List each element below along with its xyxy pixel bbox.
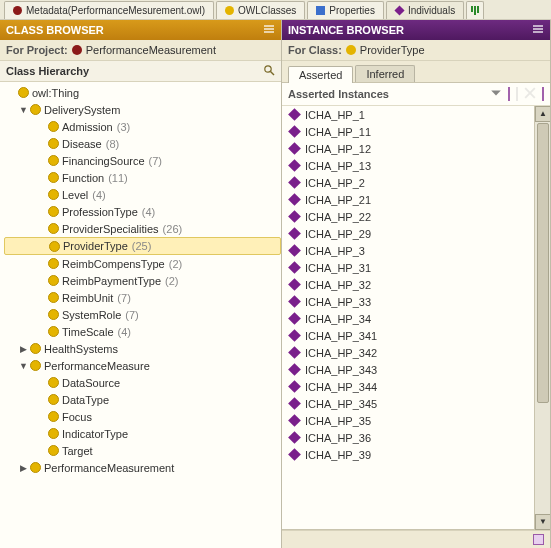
class-name: ReimbPaymentType [62, 275, 161, 287]
tree-node[interactable]: Target [4, 442, 281, 459]
tab-asserted[interactable]: Asserted [288, 66, 353, 83]
list-item[interactable]: ICHA_HP_36 [282, 429, 534, 446]
dropdown-icon[interactable] [490, 87, 502, 101]
class-name: ProviderType [63, 240, 128, 252]
list-item[interactable]: ICHA_HP_343 [282, 361, 534, 378]
pane-menu-button[interactable] [532, 23, 544, 37]
instance-name: ICHA_HP_34 [305, 313, 371, 325]
instance-list[interactable]: ICHA_HP_1ICHA_HP_11ICHA_HP_12ICHA_HP_13I… [282, 106, 534, 530]
class-icon [48, 258, 59, 269]
tab-individuals[interactable]: Individuals [386, 1, 464, 19]
tree-node[interactable]: DataSource [4, 374, 281, 391]
list-item[interactable]: ICHA_HP_2 [282, 174, 534, 191]
instance-count: (4) [142, 206, 155, 218]
tree-node[interactable]: owl:Thing [4, 84, 281, 101]
list-item[interactable]: ICHA_HP_35 [282, 412, 534, 429]
tree-node[interactable]: TimeScale(4) [4, 323, 281, 340]
list-item[interactable]: ICHA_HP_342 [282, 344, 534, 361]
scrollbar[interactable]: ▲ ▼ [534, 106, 550, 530]
tab-label: Individuals [408, 5, 455, 16]
tree-node[interactable]: Level(4) [4, 186, 281, 203]
tree-node[interactable]: Focus [4, 408, 281, 425]
tab-forms[interactable] [466, 1, 484, 19]
individual-icon [288, 210, 301, 223]
class-name: Disease [62, 138, 102, 150]
class-icon [346, 45, 356, 55]
class-name: ReimbUnit [62, 292, 113, 304]
project-row: For Project: PerformanceMeasurement [0, 40, 281, 61]
tree-node[interactable]: ProviderType(25) [4, 237, 281, 255]
tree-node[interactable]: ProviderSpecialities(26) [4, 220, 281, 237]
class-name: ProviderSpecialities [62, 223, 159, 235]
class-tree[interactable]: owl:Thing▼DeliverySystemAdmission(3)Dise… [0, 82, 281, 548]
instance-name: ICHA_HP_1 [305, 109, 365, 121]
tree-node[interactable]: Disease(8) [4, 135, 281, 152]
tree-node[interactable]: Function(11) [4, 169, 281, 186]
tree-node[interactable]: ▼PerformanceMeasure [4, 357, 281, 374]
tree-node[interactable]: ProfessionType(4) [4, 203, 281, 220]
tree-node[interactable]: ReimbCompensType(2) [4, 255, 281, 272]
tree-node[interactable]: FinancingSource(7) [4, 152, 281, 169]
class-name: Level [62, 189, 88, 201]
tab-metadata[interactable]: Metadata(PerformanceMesurement.owl) [4, 1, 214, 19]
pane-menu-button[interactable] [263, 23, 275, 37]
list-item[interactable]: ICHA_HP_341 [282, 327, 534, 344]
tab-properties[interactable]: Properties [307, 1, 384, 19]
configure-icon[interactable] [542, 88, 544, 100]
list-item[interactable]: ICHA_HP_33 [282, 293, 534, 310]
tab-inferred[interactable]: Inferred [355, 65, 415, 82]
search-icon[interactable] [263, 64, 275, 78]
expand-icon[interactable]: ▶ [18, 344, 29, 354]
tab-owl-classes[interactable]: OWLClasses [216, 1, 305, 19]
list-item[interactable]: ICHA_HP_345 [282, 395, 534, 412]
collapse-icon[interactable]: ▼ [18, 361, 29, 371]
tree-node[interactable]: IndicatorType [4, 425, 281, 442]
class-name: Function [62, 172, 104, 184]
scroll-thumb[interactable] [537, 123, 549, 403]
instance-browser-header: INSTANCE BROWSER [282, 20, 550, 40]
class-name: SystemRole [62, 309, 121, 321]
list-title: Asserted Instances [288, 88, 389, 100]
tree-node[interactable]: Admission(3) [4, 118, 281, 135]
list-item[interactable]: ICHA_HP_39 [282, 446, 534, 463]
view-toggle-icon[interactable] [533, 534, 544, 545]
list-item[interactable]: ICHA_HP_29 [282, 225, 534, 242]
list-item[interactable]: ICHA_HP_12 [282, 140, 534, 157]
class-icon [48, 292, 59, 303]
individual-icon [288, 448, 301, 461]
expand-icon[interactable]: ▶ [18, 463, 29, 473]
tree-node[interactable]: ReimbPaymentType(2) [4, 272, 281, 289]
tree-node[interactable]: ▶PerformanceMeasurement [4, 459, 281, 476]
class-name: HealthSystems [44, 343, 118, 355]
for-class-label: For Class: [288, 44, 342, 56]
tree-node[interactable]: SystemRole(7) [4, 306, 281, 323]
list-item[interactable]: ICHA_HP_34 [282, 310, 534, 327]
individual-icon [288, 193, 301, 206]
list-item[interactable]: ICHA_HP_1 [282, 106, 534, 123]
instance-count: (7) [125, 309, 138, 321]
list-item[interactable]: ICHA_HP_11 [282, 123, 534, 140]
list-item[interactable]: ICHA_HP_3 [282, 242, 534, 259]
class-name: Focus [62, 411, 92, 423]
list-item[interactable]: ICHA_HP_31 [282, 259, 534, 276]
collapse-icon[interactable]: ▼ [18, 105, 29, 115]
list-item[interactable]: ICHA_HP_344 [282, 378, 534, 395]
list-item[interactable]: ICHA_HP_22 [282, 208, 534, 225]
tree-node[interactable]: ▶HealthSystems [4, 340, 281, 357]
tree-node[interactable]: DataType [4, 391, 281, 408]
class-name: ProviderType [360, 44, 425, 56]
individual-icon [288, 397, 301, 410]
class-icon [48, 172, 59, 183]
list-item[interactable]: ICHA_HP_32 [282, 276, 534, 293]
list-item[interactable]: ICHA_HP_13 [282, 157, 534, 174]
instance-count: (3) [117, 121, 130, 133]
list-item[interactable]: ICHA_HP_21 [282, 191, 534, 208]
forms-icon [471, 6, 479, 15]
scroll-up-arrow[interactable]: ▲ [535, 106, 550, 122]
create-instance-icon[interactable] [508, 88, 510, 100]
instance-toolbar [490, 87, 544, 101]
tree-node[interactable]: ▼DeliverySystem [4, 101, 281, 118]
scroll-down-arrow[interactable]: ▼ [535, 514, 550, 530]
tree-node[interactable]: ReimbUnit(7) [4, 289, 281, 306]
class-icon [30, 462, 41, 473]
